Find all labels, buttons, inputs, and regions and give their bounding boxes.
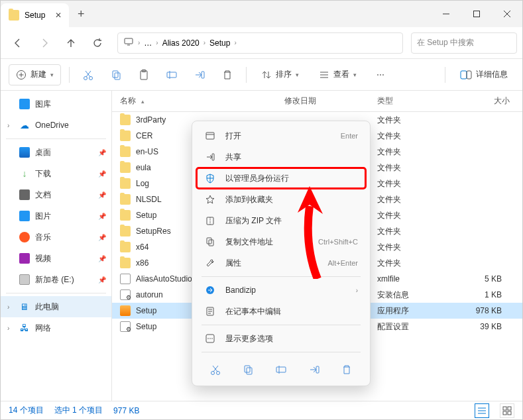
status-size: 977 KB xyxy=(113,406,139,415)
file-type: 文件夹 xyxy=(377,242,457,253)
context-item-star[interactable]: 添加到收藏夹 xyxy=(196,189,366,210)
quick-rename-button[interactable] xyxy=(270,359,292,380)
search-input[interactable]: 在 Setup 中搜索 xyxy=(411,32,517,54)
sidebar-item-net[interactable]: ›🖧网络 xyxy=(1,317,111,339)
folder-icon xyxy=(120,242,131,252)
refresh-button[interactable] xyxy=(86,31,109,55)
share-button[interactable] xyxy=(189,64,210,85)
delete-button[interactable] xyxy=(217,64,238,85)
drive-icon xyxy=(19,274,30,285)
shortcut-text: Alt+Enter xyxy=(327,259,358,267)
sidebar-item-desktop[interactable]: 桌面📌 xyxy=(1,142,111,163)
sidebar-item-music[interactable]: 音乐📌 xyxy=(1,227,111,248)
minimize-button[interactable] xyxy=(431,1,461,27)
shield-icon xyxy=(204,172,216,184)
tab-close-button[interactable]: ✕ xyxy=(53,10,64,21)
new-tab-button[interactable]: + xyxy=(69,1,93,27)
more-icon xyxy=(204,333,216,344)
paste-button[interactable] xyxy=(133,64,154,85)
pin-icon: 📌 xyxy=(98,213,106,220)
context-label: 打开 xyxy=(225,131,241,142)
file-name: Setup xyxy=(136,306,156,315)
breadcrumb-ellipsis[interactable]: … xyxy=(144,38,152,48)
new-label: 新建 xyxy=(30,69,46,80)
file-name: autorun xyxy=(136,290,163,299)
context-item-shield[interactable]: 以管理员身份运行 xyxy=(196,168,366,189)
cut-button[interactable] xyxy=(78,64,99,85)
context-item-bandizip[interactable]: Bandizip› xyxy=(196,280,366,301)
thumbnails-view-button[interactable] xyxy=(500,403,514,418)
view-button[interactable]: 查看 ▾ xyxy=(312,64,363,85)
sidebar-label: 图库 xyxy=(35,99,51,110)
svg-rect-4 xyxy=(125,38,133,44)
cloud-icon: ☁ xyxy=(19,120,30,131)
music-icon xyxy=(19,232,30,242)
quick-delete-button[interactable] xyxy=(336,359,357,380)
tab-active[interactable]: Setup ✕ xyxy=(1,3,69,27)
pin-icon: 📌 xyxy=(98,276,106,284)
chevron-right-icon: › xyxy=(234,39,236,46)
header-name[interactable]: 名称▴ xyxy=(120,95,284,107)
svg-rect-29 xyxy=(508,407,511,410)
sidebar-item-pc[interactable]: ›🖥此电脑 xyxy=(1,296,111,317)
context-item-notepad[interactable]: 在记事本中编辑 xyxy=(196,301,366,322)
more-button[interactable]: ⋯ xyxy=(370,64,391,85)
xml-icon xyxy=(120,274,131,284)
copypath-icon xyxy=(204,236,216,248)
search-placeholder: 在 Setup 中搜索 xyxy=(417,37,474,48)
context-label: 共享 xyxy=(225,152,241,163)
file-name: x86 xyxy=(136,258,148,268)
svg-point-9 xyxy=(84,76,87,79)
up-button[interactable] xyxy=(59,31,83,55)
context-item-zip[interactable]: 压缩为 ZIP 文件 xyxy=(196,210,366,231)
copy-button[interactable] xyxy=(105,64,127,85)
svg-rect-32 xyxy=(206,132,214,139)
context-item-open[interactable]: 打开Enter xyxy=(196,125,366,146)
sidebar-item-gallery[interactable]: 图库 xyxy=(1,93,111,115)
context-item-copypath[interactable]: 复制文件地址Ctrl+Shift+C xyxy=(196,231,366,252)
breadcrumb[interactable]: › … › Alias 2020 › Setup › xyxy=(117,32,403,54)
sidebar-item-pic[interactable]: 图片📌 xyxy=(1,205,111,227)
chevron-right-icon: › xyxy=(138,39,140,46)
svg-rect-23 xyxy=(461,71,467,79)
context-item-share[interactable]: 共享 xyxy=(196,146,366,168)
sidebar-item-drive[interactable]: 新加卷 (E:)📌 xyxy=(1,269,111,290)
header-size[interactable]: 大小 xyxy=(457,95,510,107)
details-button[interactable]: 详细信息 xyxy=(453,64,514,85)
back-button[interactable] xyxy=(6,31,30,55)
sidebar-item-download[interactable]: ↓下载📌 xyxy=(1,163,111,184)
quick-copy-button[interactable] xyxy=(237,359,259,380)
breadcrumb-item-1[interactable]: Setup xyxy=(209,38,230,48)
titlebar: Setup ✕ + xyxy=(1,1,522,27)
doc-icon xyxy=(19,189,30,200)
forward-button[interactable] xyxy=(32,31,56,55)
file-size: 978 KB xyxy=(457,306,510,315)
sort-button[interactable]: 排序 ▾ xyxy=(255,64,306,85)
sidebar-item-video[interactable]: 视频📌 xyxy=(1,248,111,269)
file-name: Log xyxy=(136,179,149,188)
new-button[interactable]: 新建 ▾ xyxy=(9,64,61,85)
sidebar-item-doc[interactable]: 文档📌 xyxy=(1,184,111,205)
file-name: Setup xyxy=(136,322,156,331)
file-type: 文件夹 xyxy=(377,115,457,126)
context-item-more[interactable]: 显示更多选项 xyxy=(196,328,366,349)
breadcrumb-item-0[interactable]: Alias 2020 xyxy=(162,38,200,48)
view-label: 查看 xyxy=(333,69,349,80)
folder-icon xyxy=(9,10,19,21)
close-button[interactable] xyxy=(492,1,522,27)
context-item-props[interactable]: 属性Alt+Enter xyxy=(196,252,366,274)
header-type[interactable]: 类型 xyxy=(377,95,457,107)
details-view-button[interactable] xyxy=(475,403,489,418)
header-date[interactable]: 修改日期 xyxy=(284,95,377,107)
context-label: 添加到收藏夹 xyxy=(225,194,273,205)
maximize-button[interactable] xyxy=(461,1,492,27)
video-icon xyxy=(19,253,30,264)
quick-cut-button[interactable] xyxy=(205,359,226,380)
star-icon xyxy=(204,193,216,205)
rename-button[interactable] xyxy=(161,64,182,85)
quick-share-button[interactable] xyxy=(304,359,325,380)
file-size: 39 KB xyxy=(457,322,510,331)
file-name: eula xyxy=(136,163,151,172)
sidebar-item-cloud[interactable]: ›☁OneDrive xyxy=(1,115,111,136)
folder-icon xyxy=(120,115,131,125)
